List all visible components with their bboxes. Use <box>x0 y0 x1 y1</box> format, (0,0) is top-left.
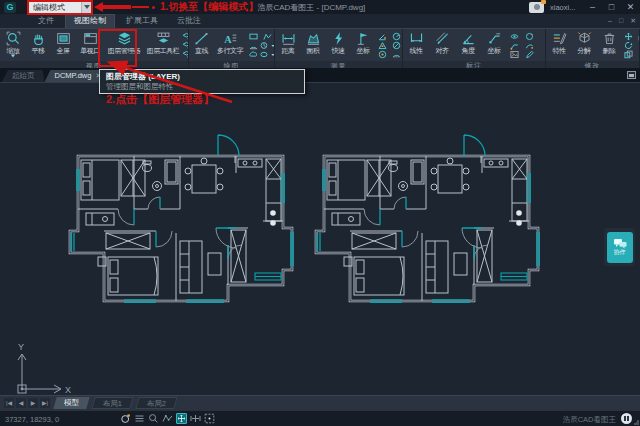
copy-button[interactable] <box>624 50 633 59</box>
properties-icon <box>552 31 567 46</box>
layout-nav-last-button[interactable]: ▶| <box>40 398 50 408</box>
circle-mark-button[interactable] <box>525 32 534 41</box>
move-button[interactable] <box>624 32 633 41</box>
doc-restore-button[interactable]: □ <box>619 16 623 26</box>
selection-box-toggle[interactable] <box>204 413 215 424</box>
trash-icon <box>602 31 617 46</box>
maximize-button[interactable]: □ <box>605 1 618 14</box>
layout-tab-bar: |◀ ◀ ▶ ▶| 模型 布局1 布局2 <box>0 395 640 410</box>
layout-nav-next-button[interactable]: ▶ <box>28 398 38 408</box>
pan-mode-toggle[interactable] <box>190 413 201 424</box>
properties-button[interactable]: 特性 <box>547 30 571 61</box>
brand-watermark: 浩辰CAD看图王 <box>563 415 616 425</box>
pause-indicator-icon[interactable] <box>621 413 632 424</box>
image-annotation-button[interactable] <box>510 50 519 59</box>
tab-ext-tools[interactable]: 扩展工具 <box>118 15 166 28</box>
zoom-tool-toggle[interactable] <box>148 413 159 424</box>
radius-dim-button[interactable] <box>510 32 519 41</box>
grid-toggle[interactable] <box>134 413 145 424</box>
modify-mini-column-1 <box>622 30 635 61</box>
arc-length-measure-button[interactable] <box>392 50 401 59</box>
triangle-measure-button[interactable] <box>378 41 387 50</box>
angular-dim-icon <box>461 31 476 46</box>
layer-visibility-button[interactable] <box>182 32 190 41</box>
aligned-dim-icon <box>435 31 450 46</box>
entity-measure-button[interactable] <box>378 50 387 59</box>
tab-list-button[interactable] <box>627 71 636 79</box>
dim-mini-column-2 <box>523 30 536 61</box>
layout-nav-prev-button[interactable]: ◀ <box>16 398 26 408</box>
tab-layout1[interactable]: 布局1 <box>91 397 134 409</box>
distance-icon <box>281 31 296 46</box>
angular-dim-button[interactable]: 角度 <box>456 30 480 61</box>
annotation-step1: 1.切换至【编辑模式】 <box>94 0 258 14</box>
ordinate-dim-button[interactable]: 坐标 <box>482 30 506 61</box>
minimize-button[interactable]: – <box>586 1 599 14</box>
area-button[interactable]: 面积 <box>301 30 325 61</box>
user-avatar[interactable] <box>529 2 544 13</box>
side-panel-handle: 协作 <box>604 228 635 266</box>
modify-mini-column-2 <box>636 30 640 61</box>
close-button[interactable]: ✕ <box>624 1 637 14</box>
tab-model[interactable]: 模型 <box>53 397 89 409</box>
quick-measure-button[interactable]: 快速 <box>326 30 350 61</box>
fullscreen-icon <box>56 31 71 46</box>
ucs-icon: Y X <box>18 342 71 395</box>
doc-close-button[interactable]: ✕ <box>630 16 636 26</box>
arc-button[interactable] <box>249 41 258 50</box>
arc-mark-button[interactable] <box>525 41 534 50</box>
user-name[interactable]: xiaoxi... <box>550 3 580 12</box>
leader-annotation-button[interactable] <box>510 41 519 50</box>
distance-button[interactable]: 距离 <box>276 30 300 61</box>
group-modify: 特性 分解 删除 <box>546 29 640 68</box>
snap-toggle[interactable] <box>120 413 131 424</box>
pan-button[interactable]: 平移 <box>26 30 50 61</box>
zoom-button[interactable]: 缩放 <box>1 30 25 61</box>
layout-nav-first-button[interactable]: |◀ <box>4 398 14 408</box>
angle-measure-button[interactable] <box>378 32 387 41</box>
rectangle-button[interactable] <box>249 32 258 41</box>
explode-button[interactable]: 分解 <box>572 30 596 61</box>
rotate-button[interactable] <box>624 41 633 50</box>
mode-dropdown-value[interactable]: 编辑模式 <box>29 2 81 13</box>
revcloud-button[interactable] <box>249 50 258 59</box>
linear-dim-button[interactable]: 线性 <box>404 30 428 61</box>
aligned-dim-button[interactable]: 对齐 <box>430 30 454 61</box>
ellipse-button[interactable] <box>260 50 276 59</box>
mode-dropdown[interactable]: 编辑模式 <box>29 2 91 13</box>
layer-freeze-button[interactable] <box>182 41 190 50</box>
document-tab-bar: 起始页 DCMP.dwg ✕ <box>0 68 640 82</box>
delete-button[interactable]: 删除 <box>597 30 621 61</box>
measure-mini-column-2 <box>390 30 403 61</box>
tab-cloud-annotation[interactable]: 云批注 <box>169 15 209 28</box>
resize-grip[interactable] <box>633 419 639 425</box>
annotation-step2-text: 2.点击【图层管理器】 <box>106 92 214 107</box>
mode-dropdown-caret[interactable] <box>81 2 91 13</box>
app-window: G 编辑模式 1.切换至【编辑模式】 浩辰CAD看图王 - [DCMP.dwg]… <box>0 0 640 426</box>
floor-plan-right <box>316 135 539 302</box>
polyline-snap-toggle[interactable] <box>162 413 173 424</box>
viewport-icon <box>83 31 98 46</box>
drawing-canvas[interactable]: Y X 协作 <box>0 82 640 395</box>
move-mode-toggle[interactable] <box>176 413 187 424</box>
doc-minimize-button[interactable]: – <box>608 16 612 26</box>
zoom-icon <box>6 31 21 46</box>
tab-layout2[interactable]: 布局2 <box>135 397 178 409</box>
fullscreen-button[interactable]: 全屏 <box>51 30 75 61</box>
polyline-button[interactable] <box>263 32 272 41</box>
coordinates-readout: 37327, 18293, 0 <box>5 415 59 424</box>
tab-file[interactable]: 文件 <box>30 15 62 28</box>
lightning-icon <box>331 31 346 46</box>
area-icon <box>306 31 321 46</box>
circle-button[interactable] <box>260 41 276 50</box>
pen-annotation-button[interactable] <box>525 50 534 59</box>
diameter-measure-button[interactable] <box>392 41 401 50</box>
tab-start-page[interactable]: 起始页 <box>2 70 45 82</box>
radius-measure-button[interactable] <box>392 32 401 41</box>
coordinate-measure-button[interactable]: 坐标 <box>351 30 375 61</box>
tab-view-draw[interactable]: 视图绘制 <box>65 14 115 28</box>
measure-mini-column-1 <box>376 30 389 61</box>
floor-plan-left <box>70 135 293 302</box>
collaboration-button[interactable]: 协作 <box>607 232 633 263</box>
window-title: 浩辰CAD看图王 - [DCMP.dwg] <box>257 2 365 13</box>
